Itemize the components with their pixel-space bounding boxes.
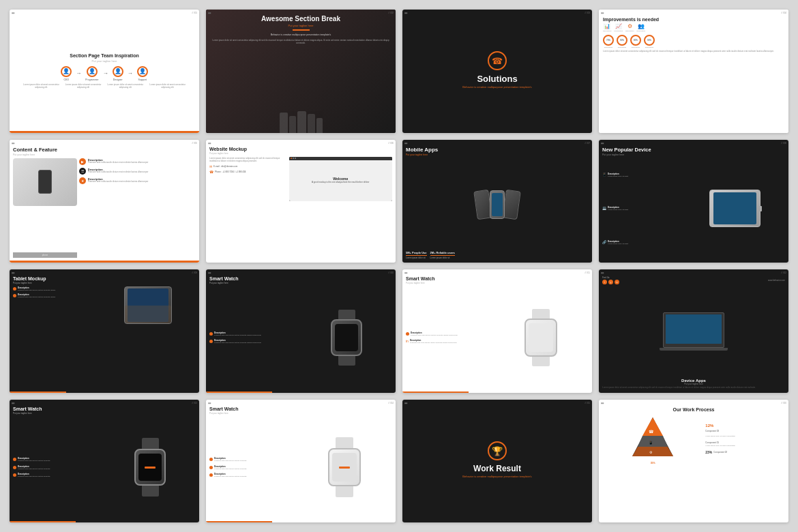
linkedin-icon: in <box>406 339 409 344</box>
slide-12-caption: Device Apps Put your tagline here <box>602 379 785 385</box>
slide-13[interactable]: ◼◼ // 013 Smart Watch Put your tagline h… <box>10 400 199 523</box>
progress-circle-2: 90% <box>617 35 627 46</box>
slide-14[interactable]: ◼◼ // 014 Smart Watch Put your tagline h… <box>206 400 396 523</box>
slide-7[interactable]: ◼◼ // 007 Mobile Apps Put your tagline h… <box>402 140 592 263</box>
slide-6-logo: ◼◼ <box>208 142 211 145</box>
slide-11[interactable]: ◼◼ // 011 Smart Watch Put your tagline h… <box>402 269 592 393</box>
slide-3-title: Solutions <box>477 74 517 84</box>
progress-circle-3: 80% <box>630 35 641 46</box>
slide-4[interactable]: ◼◼ // 004 Improvements is needed 📊 Descr… <box>599 10 788 133</box>
slide-1[interactable]: ◼◼ // 001 Section Page Team Inspiration … <box>10 10 199 133</box>
pct-1: 12% <box>705 424 713 428</box>
watch-band-bottom <box>338 356 355 366</box>
slide-10-bar <box>206 391 272 393</box>
slide-15-logo: ◼◼ <box>404 402 407 404</box>
slide-6[interactable]: ◼◼ // 006 Website Mockup Put your taglin… <box>206 140 396 263</box>
slide-13-content: Description Praesent ante nulla iaculin … <box>13 416 196 520</box>
chart-icon-3: ⚙ <box>627 23 632 29</box>
slide-16-num: // 016 <box>781 402 786 404</box>
slide-2-divider <box>293 29 310 31</box>
chart-icon-2: 📈 <box>615 23 622 29</box>
slide-10[interactable]: ◼◼ // 010 Smart Watch Put your tagline h… <box>206 269 396 393</box>
pct-2: 23% <box>705 450 712 454</box>
linkedin-icon-2: in <box>615 280 619 284</box>
watch-band-top <box>338 310 355 319</box>
solutions-icon-circle: ☎ <box>488 51 507 70</box>
slide-5-title: Content & Feature <box>13 147 196 153</box>
slide-15[interactable]: ◼◼ // 015 🏆 Work Result Behavior is crea… <box>402 400 592 523</box>
triangle-chart-svg: ☎ 📱 ⚙ <box>625 414 680 462</box>
watch-dark2-dot-3 <box>13 473 16 477</box>
slide-10-content: Description Praesent ante nulla iaculin … <box>209 286 392 389</box>
slide-9-logo: ◼◼ <box>12 271 14 274</box>
slide-11-content: Description Praesent ante nulla iaculin … <box>406 286 589 389</box>
slide-12-logo: ◼◼ <box>601 271 604 274</box>
slide-14-content: Description Praesent ante nulla iaculin … <box>209 416 392 520</box>
slide-1-team-icons: 👤 CEO → 👤 Programmer → 👤 Designer → 👤 Su… <box>61 66 147 81</box>
slide-1-desc-row: Lorem ipsum dolor sit amet consectetur a… <box>22 84 188 89</box>
slide-8-num: // 008 <box>781 142 786 145</box>
watch-light-band-top <box>532 309 550 319</box>
slide-16-legend: 12% Component 03 Lorem ipsum dolor sit a… <box>705 414 784 464</box>
tablet-dot-2 <box>13 294 16 297</box>
slide-16-title: Our Work Process <box>603 407 784 412</box>
slide-7-title: Mobile Apps <box>406 147 589 153</box>
slide-2[interactable]: ◼◼ // 002 Awesome Section Break Put your… <box>206 10 396 133</box>
chart-icon-4: 👥 <box>638 23 645 29</box>
smart-match-dot-2 <box>209 466 213 469</box>
slide-5-logo: ◼◼ <box>12 142 14 145</box>
device-icon-3: 🔗 <box>602 240 606 245</box>
slide-7-phones <box>406 158 589 252</box>
slide-9[interactable]: ◼◼ // 009 Tablet Mockup Put your tagline… <box>10 269 199 393</box>
youtube-icon: y <box>608 280 613 284</box>
slide-2-subtitle: Put your tagline here <box>211 24 390 27</box>
progress-circle-4: 90% <box>644 35 655 46</box>
slide-5-items: ▶ Description Praesent ante nulla iaculi… <box>79 158 196 260</box>
slide-5-bar <box>10 261 199 263</box>
slide-11-num: // 011 <box>585 271 590 274</box>
comp-1-label: Component 01 <box>705 441 784 444</box>
slide-4-logo: ◼◼ <box>601 12 604 14</box>
slide-4-title: Improvements is needed <box>603 17 784 22</box>
smart-match-dot-3 <box>209 473 213 477</box>
smart-watch-light <box>523 309 559 366</box>
watch-dot-1 <box>209 332 213 336</box>
trophy-icon: 🏆 <box>492 446 503 456</box>
slide-11-title: Smart Watch <box>406 276 589 281</box>
slide-16[interactable]: ◼◼ // 016 Our Work Process <box>599 400 788 523</box>
slide-3-subtitle: Behavior is creative multipurpose presen… <box>462 85 531 89</box>
slide-7-stats: 5M+ People Use Lorem ipsum dolor sit 2M+… <box>406 251 589 259</box>
slide-9-title: Tablet Mockup <box>13 276 196 281</box>
slide-1-subtitle: Put your tagline here <box>92 59 117 63</box>
slide-4-icons-row: 📊 Description 📈 Description ⚙ Descriptio… <box>603 23 784 32</box>
phone-icon: ☎ <box>209 170 213 174</box>
slide-3-num: // 003 <box>585 12 590 14</box>
comp-3-label: Component 03 <box>705 430 784 432</box>
smart-watch-dark <box>329 310 364 366</box>
slide-5[interactable]: ◼◼ // 005 Content & Feature Put your tag… <box>10 140 199 263</box>
slide-1-bar <box>10 131 199 133</box>
slide-15-title: Work Result <box>473 464 521 473</box>
slide-4-desc: Lorem ipsum dolor sit amet consectetur a… <box>603 50 784 53</box>
slide-13-title: Smart Watch <box>13 407 196 411</box>
slide-4-num: // 004 <box>781 12 786 14</box>
slide-2-title: Awesome Section Break <box>211 15 390 23</box>
slide-12[interactable]: ◼◼ // 012 Find Us: t y in www.behavior.c… <box>599 269 788 393</box>
slide-3-logo: ◼◼ <box>404 12 407 14</box>
slide-3[interactable]: ◼◼ // 003 ☎ Solutions Behavior is creati… <box>402 10 592 133</box>
slide-9-content: Description Praesent ante nulla iaculin … <box>13 286 196 324</box>
arrow-icon-1: → <box>76 70 81 76</box>
browser-mockup: Welcome A good mockup is the one alwaysc… <box>289 157 392 201</box>
slide-6-content: Lorem ipsum dolor sit amet consectetur a… <box>209 157 392 201</box>
slide-10-num: // 010 <box>388 271 394 274</box>
slides-grid: ◼◼ // 001 Section Page Team Inspiration … <box>0 0 798 532</box>
slide-1-title: Section Page Team Inspiration <box>70 53 138 58</box>
slide-5-phone-mockup: phone <box>13 158 77 206</box>
slide-14-logo: ◼◼ <box>208 402 211 404</box>
arrow-icon-3: → <box>128 70 133 76</box>
slide-5-body: phone ▶ Description Praesent ante nulla … <box>13 158 196 260</box>
slide-11-logo: ◼◼ <box>404 271 407 274</box>
svg-text:📱: 📱 <box>649 441 653 445</box>
slide-8[interactable]: ◼◼ // 008 New Popular Device Put your ta… <box>599 140 788 263</box>
phone-right <box>502 189 521 220</box>
